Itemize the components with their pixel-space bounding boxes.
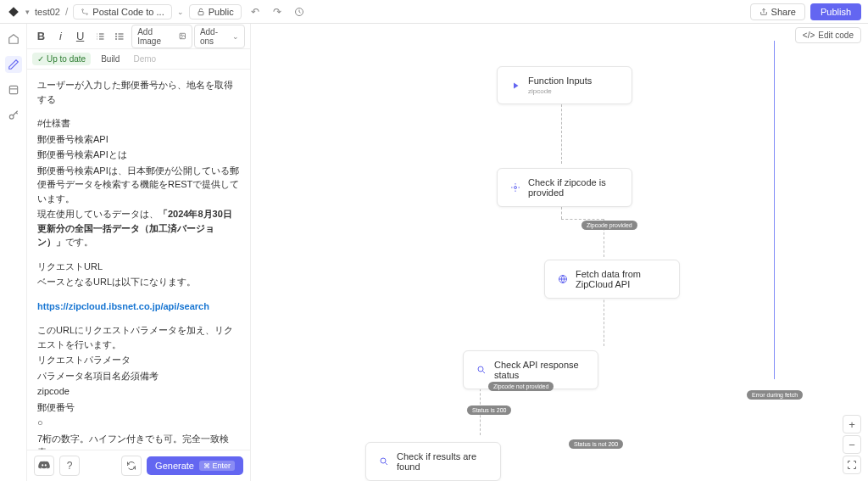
visibility-label: Public xyxy=(209,7,234,17)
share-button[interactable]: Share xyxy=(750,3,805,20)
breadcrumb-separator: / xyxy=(65,6,68,18)
underline-button[interactable]: U xyxy=(71,27,89,46)
globe-icon xyxy=(557,273,569,285)
history-button[interactable] xyxy=(291,3,308,20)
demo-link: Demo xyxy=(130,54,159,64)
svg-point-8 xyxy=(115,38,116,39)
search-icon xyxy=(476,364,487,376)
rail-edit-icon[interactable] xyxy=(5,56,22,73)
svg-point-14 xyxy=(381,458,386,463)
node-check-zipcode[interactable]: Check if zipcode is provided xyxy=(497,168,632,207)
search-icon xyxy=(378,456,390,467)
play-icon xyxy=(509,80,521,92)
svg-point-7 xyxy=(115,36,116,36)
request-url-link[interactable]: https://zipcloud.ibsnet.co.jp/api/search xyxy=(37,299,240,314)
svg-rect-2 xyxy=(198,11,203,14)
branch-icon xyxy=(509,182,521,193)
zoom-in-button[interactable]: + xyxy=(843,415,861,433)
logo-icon[interactable] xyxy=(7,5,20,19)
chip-zipcode-provided: Zipcode provided xyxy=(581,221,637,230)
rail-key-icon[interactable] xyxy=(5,107,22,124)
italic-button[interactable]: i xyxy=(52,27,70,46)
rail-layers-icon[interactable] xyxy=(5,81,22,98)
svg-point-10 xyxy=(181,35,182,36)
generate-button[interactable]: Generate ⌘ Enter xyxy=(147,456,243,475)
node-function-inputs[interactable]: Function Inputs zipcode xyxy=(497,66,632,104)
svg-point-0 xyxy=(82,8,84,10)
add-image-button[interactable]: Add Image xyxy=(131,25,192,48)
node-fetch-data[interactable]: Fetch data from ZipCloud API xyxy=(544,260,680,299)
refresh-button[interactable] xyxy=(121,456,142,476)
chip-status-200: Status is 200 xyxy=(467,405,511,415)
discord-button[interactable] xyxy=(34,456,54,476)
svg-point-11 xyxy=(515,187,517,189)
node-check-results[interactable]: Check if results are found xyxy=(365,442,501,481)
publish-button[interactable]: Publish xyxy=(810,3,861,20)
svg-point-1 xyxy=(86,13,88,14)
undo-button[interactable]: ↶ xyxy=(247,3,264,20)
chip-status-not-200: Status is not 200 xyxy=(569,439,623,449)
ordered-list-button[interactable] xyxy=(91,27,108,46)
bold-button[interactable]: B xyxy=(32,27,50,46)
redo-button[interactable]: ↷ xyxy=(269,3,286,20)
svg-point-6 xyxy=(115,33,116,34)
share-label: Share xyxy=(771,7,796,17)
breadcrumb-workspace[interactable]: test02 xyxy=(35,7,60,17)
help-button[interactable]: ? xyxy=(59,456,80,476)
visibility-pill[interactable]: Public xyxy=(189,4,242,20)
zoom-out-button[interactable]: − xyxy=(843,435,861,454)
file-chevron-icon[interactable]: ⌄ xyxy=(177,8,184,16)
build-link[interactable]: Build xyxy=(97,54,123,64)
svg-point-5 xyxy=(9,115,14,119)
chip-error-fetch: Error during fetch xyxy=(747,390,803,400)
unordered-list-button[interactable] xyxy=(110,27,128,46)
chevron-down-icon[interactable]: ▾ xyxy=(25,8,30,16)
zoom-fit-button[interactable] xyxy=(843,456,861,474)
file-selector[interactable]: Postal Code to ... xyxy=(73,4,171,20)
document-editor[interactable]: ユーザーが入力した郵便番号から、地名を取得する #仕様書 郵便番号検索API 郵… xyxy=(27,70,250,450)
edit-code-button[interactable]: </> Edit code xyxy=(795,27,861,43)
file-name: Postal Code to ... xyxy=(92,7,164,17)
uptodate-pill: ✓ Up to date xyxy=(32,53,91,65)
svg-rect-4 xyxy=(9,86,17,93)
addons-button[interactable]: Add-ons ⌄ xyxy=(194,25,245,48)
rail-home-icon[interactable] xyxy=(5,31,22,48)
svg-point-13 xyxy=(478,366,483,372)
flow-canvas[interactable]: </> Edit code Function Inputs xyxy=(251,24,868,481)
chip-zipcode-not-provided: Zipcode not provided xyxy=(488,382,554,391)
